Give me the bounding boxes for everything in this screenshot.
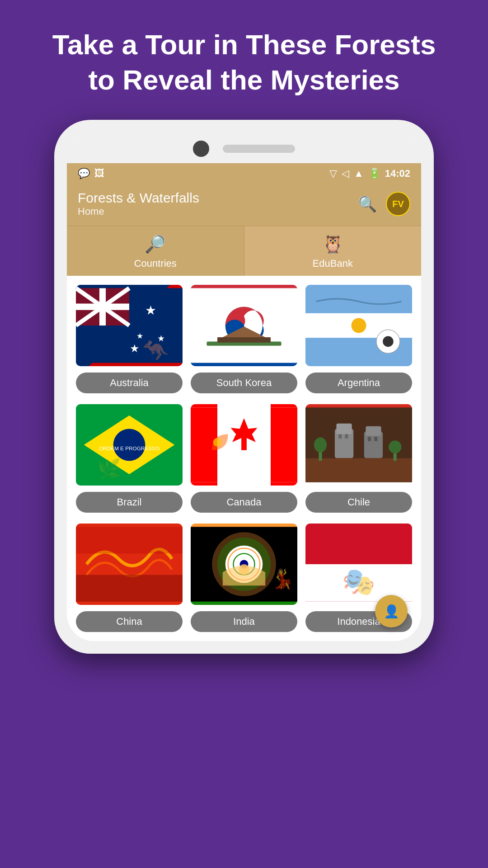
fab-icon: 👤 xyxy=(384,604,399,619)
country-card-china[interactable]: China xyxy=(76,524,183,632)
edubank-tab-icon: 🦉 xyxy=(322,234,343,254)
camera xyxy=(193,141,209,157)
svg-point-30 xyxy=(213,438,222,447)
phone-shell: 💬 🖼 ▽ ◁ ▲ 🔋 14:02 Forests & Waterfalls H… xyxy=(54,120,434,654)
svg-text:★: ★ xyxy=(145,303,156,317)
app-subtitle: Home xyxy=(78,206,199,217)
country-card-india[interactable]: 💃 India xyxy=(191,524,297,632)
svg-rect-29 xyxy=(241,437,247,450)
image-icon: 🖼 xyxy=(94,168,104,179)
svg-rect-37 xyxy=(366,426,381,436)
svg-point-55 xyxy=(239,564,249,575)
country-card-canada[interactable]: Canada xyxy=(191,404,297,513)
svg-text:🌿: 🌿 xyxy=(97,458,122,481)
svg-point-20 xyxy=(383,336,394,347)
content-wrapper: ★ ★ ★ ★ 🦘 Australia xyxy=(67,276,421,641)
signal-icon2: ▲ xyxy=(354,168,364,179)
status-right-icons: ▽ ◁ ▲ 🔋 14:02 xyxy=(329,168,410,179)
notification-icon: 💬 xyxy=(78,168,90,179)
countries-tab-label: Countries xyxy=(134,258,177,269)
svg-rect-40 xyxy=(305,458,412,482)
australia-flag: ★ ★ ★ ★ 🦘 xyxy=(76,285,183,366)
status-left-icons: 💬 🖼 xyxy=(78,168,104,179)
svg-point-18 xyxy=(351,318,366,333)
brazil-flag: ORDEM E PROGRESSO 🌿 xyxy=(76,404,183,486)
wifi-icon: ▽ xyxy=(329,168,337,179)
speaker xyxy=(223,145,295,153)
svg-rect-46 xyxy=(76,527,183,553)
svg-text:💃: 💃 xyxy=(271,567,295,590)
edubank-tab-label: EduBank xyxy=(313,258,353,269)
canada-flag xyxy=(191,404,297,486)
svg-point-44 xyxy=(389,441,401,453)
svg-rect-39 xyxy=(374,437,377,441)
argentina-label: Argentina xyxy=(305,373,412,393)
country-card-australia[interactable]: ★ ★ ★ ★ 🦘 Australia xyxy=(76,285,183,393)
svg-text:🦘: 🦘 xyxy=(143,338,169,363)
svg-text:★: ★ xyxy=(130,343,140,354)
svg-text:🎭: 🎭 xyxy=(342,566,375,598)
status-bar: 💬 🖼 ▽ ◁ ▲ 🔋 14:02 xyxy=(67,163,421,184)
phone-bezel-top xyxy=(67,132,421,163)
countries-tab-icon: 🔎 xyxy=(145,234,166,254)
hero-title: Take a Tour in These Forests to Reveal t… xyxy=(0,0,488,120)
tab-bar: 🔎 Countries 🦉 EduBank xyxy=(67,226,421,276)
country-row-2: ORDEM E PROGRESSO 🌿 Brazil xyxy=(76,404,412,513)
canada-label: Canada xyxy=(191,492,297,513)
svg-text:ORDEM E PROGRESSO: ORDEM E PROGRESSO xyxy=(99,445,160,451)
svg-rect-28 xyxy=(271,407,297,482)
app-title: Forests & Waterfalls xyxy=(78,190,199,206)
svg-rect-33 xyxy=(336,424,352,434)
app-title-block: Forests & Waterfalls Home xyxy=(78,190,199,217)
phone-screen: 💬 🖼 ▽ ◁ ▲ 🔋 14:02 Forests & Waterfalls H… xyxy=(67,132,421,641)
china-label: China xyxy=(76,611,183,632)
country-card-south-korea[interactable]: South Korea xyxy=(191,285,297,393)
svg-rect-47 xyxy=(76,575,183,602)
argentina-flag xyxy=(305,285,412,366)
china-flag xyxy=(76,524,183,605)
svg-point-42 xyxy=(314,437,327,452)
south-korea-label: South Korea xyxy=(191,373,297,393)
battery-icon: 🔋 xyxy=(368,168,380,179)
tab-countries[interactable]: 🔎 Countries xyxy=(67,226,244,276)
app-logo[interactable]: FV xyxy=(386,192,410,216)
country-card-brazil[interactable]: ORDEM E PROGRESSO 🌿 Brazil xyxy=(76,404,183,513)
indonesia-flag: 🎭 xyxy=(305,524,412,605)
country-card-argentina[interactable]: Argentina xyxy=(305,285,412,393)
chile-label: Chile xyxy=(305,492,412,513)
fab-button[interactable]: 👤 xyxy=(375,595,408,627)
app-header-icons: 🔍 FV xyxy=(358,192,410,216)
brazil-label: Brazil xyxy=(76,492,183,513)
country-row-1: ★ ★ ★ ★ 🦘 Australia xyxy=(76,285,412,393)
india-flag: 💃 xyxy=(191,524,297,605)
south-korea-flag xyxy=(191,285,297,366)
tab-edubank[interactable]: 🦉 EduBank xyxy=(244,226,422,276)
signal-icon1: ◁ xyxy=(342,168,349,179)
country-card-chile[interactable]: Chile xyxy=(305,404,412,513)
chile-flag xyxy=(305,404,412,486)
svg-rect-34 xyxy=(338,434,342,438)
india-label: India xyxy=(191,611,297,632)
australia-label: Australia xyxy=(76,373,183,393)
app-header: Forests & Waterfalls Home 🔍 FV xyxy=(67,184,421,226)
country-row-3: China xyxy=(76,524,412,632)
svg-rect-38 xyxy=(368,437,371,441)
svg-rect-35 xyxy=(345,434,348,438)
content-area: ★ ★ ★ ★ 🦘 Australia xyxy=(67,276,421,641)
status-time: 14:02 xyxy=(385,168,410,179)
svg-rect-14 xyxy=(217,337,271,343)
search-button[interactable]: 🔍 xyxy=(358,195,377,213)
